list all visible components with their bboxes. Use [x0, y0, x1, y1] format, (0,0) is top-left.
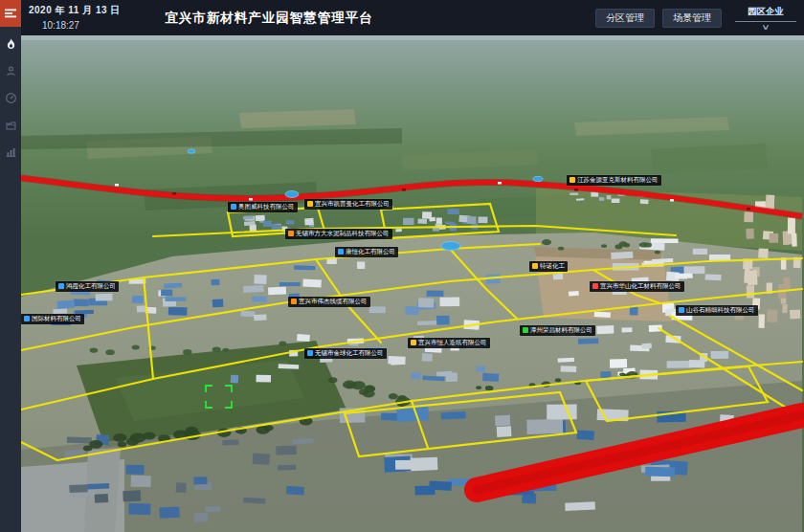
marker-company-name: 宜兴市华山化工材料有限公司: [600, 283, 681, 290]
map-label[interactable]: 无锡市金球化工有限公司: [304, 348, 387, 359]
marker-company-name: 康恒化工有限公司: [346, 249, 395, 255]
marker-company-name: 特诺化工: [540, 263, 565, 270]
marker-company-icon: [307, 201, 313, 207]
map-label[interactable]: 宜兴市凯普曼化工有限公司: [304, 199, 392, 210]
marker-company-name: 无锡市金球化工有限公司: [315, 350, 384, 357]
sidebar-item-fire[interactable]: [0, 33, 21, 55]
marker-company-name: 无锡市方大水泥制品科技有限公司: [296, 231, 390, 237]
marker-company-name: 山谷石精细科技有限公司: [686, 307, 755, 314]
enterprise-dropdown[interactable]: 园区企业 ∨: [735, 4, 796, 32]
map-label[interactable]: 山谷石精细科技有限公司: [676, 305, 758, 316]
marker-company-name: 宜兴市凯普曼化工有限公司: [315, 201, 390, 208]
sidebar-item-stats[interactable]: [0, 140, 21, 163]
smart-park-platform: 奥图威科技有限公司宜兴市凯普曼化工有限公司无锡市方大水泥制品科技有限公司江苏金源…: [0, 0, 804, 532]
marker-company-icon: [532, 263, 538, 269]
marker-company-name: 国际材料有限公司: [32, 316, 81, 322]
map-label[interactable]: 国际材料有限公司: [21, 314, 84, 324]
marker-company-icon: [338, 249, 344, 255]
marker-company-icon: [679, 307, 684, 313]
marker-company-name: 潭州荣昌材料有限公司: [530, 327, 592, 334]
map-label[interactable]: 特诺化工: [529, 261, 568, 272]
map-label[interactable]: 无锡市方大水泥制品科技有限公司: [285, 229, 392, 239]
map-label[interactable]: 宜兴市伟杰线缆有限公司: [288, 297, 370, 307]
sidebar-item-menu[interactable]: [0, 0, 21, 27]
sidebar-item-gauge[interactable]: [0, 86, 21, 109]
marker-company-icon: [307, 350, 313, 356]
marker-company-icon: [58, 283, 64, 289]
map-label[interactable]: 奥图威科技有限公司: [228, 202, 298, 212]
map-label[interactable]: 鸿霞化工有限公司: [56, 281, 119, 292]
factory-icon: [5, 119, 17, 131]
map-3d-view[interactable]: [0, 0, 804, 532]
map-label[interactable]: 潭州荣昌材料有限公司: [520, 325, 595, 336]
marker-company-icon: [24, 316, 30, 321]
marker-company-name: 奥图威科技有限公司: [238, 204, 295, 211]
chevron-down-icon: ∨: [717, 23, 804, 32]
marker-company-name: 宜兴市伟杰线缆有限公司: [299, 299, 368, 305]
menu-icon: [4, 8, 17, 19]
gauge-icon: [5, 92, 17, 104]
header-actions: 分区管理 场景管理 园区企业 ∨: [595, 0, 796, 35]
map-label[interactable]: 康恒化工有限公司: [335, 247, 398, 257]
marker-company-icon: [570, 177, 575, 183]
map-label[interactable]: 江苏金源亚克斯材料有限公司: [567, 175, 661, 186]
marker-company-icon: [288, 231, 294, 236]
marker-company-name: 江苏金源亚克斯材料有限公司: [577, 177, 659, 184]
marker-company-icon: [231, 204, 236, 210]
map-label[interactable]: 宜兴市恒人造纸有限公司: [408, 338, 490, 348]
sidebar-item-monitor[interactable]: [0, 59, 21, 82]
zone-manage-button[interactable]: 分区管理: [595, 9, 655, 28]
bar-chart-icon: [5, 145, 17, 158]
enterprise-dropdown-label: 园区企业: [735, 4, 796, 22]
marker-company-name: 宜兴市恒人造纸有限公司: [418, 340, 487, 346]
marker-company-icon: [592, 283, 598, 289]
sidebar: [0, 0, 21, 532]
fire-icon: [5, 37, 17, 51]
sidebar-item-factory[interactable]: [0, 113, 21, 136]
header: 2020 年 11 月 13 日 10:18:27 宜兴市新材料产业园智慧管理平…: [21, 0, 804, 35]
marker-company-name: 鸿霞化工有限公司: [66, 283, 116, 290]
scene-manage-button[interactable]: 场景管理: [662, 9, 722, 28]
person-monitor-icon: [5, 65, 17, 78]
marker-company-icon: [523, 327, 528, 333]
marker-company-icon: [411, 340, 416, 345]
marker-company-icon: [291, 299, 297, 304]
page-title: 宜兴市新材料产业园智慧管理平台: [21, 10, 517, 27]
map-label[interactable]: 宜兴市华山化工材料有限公司: [590, 281, 684, 292]
